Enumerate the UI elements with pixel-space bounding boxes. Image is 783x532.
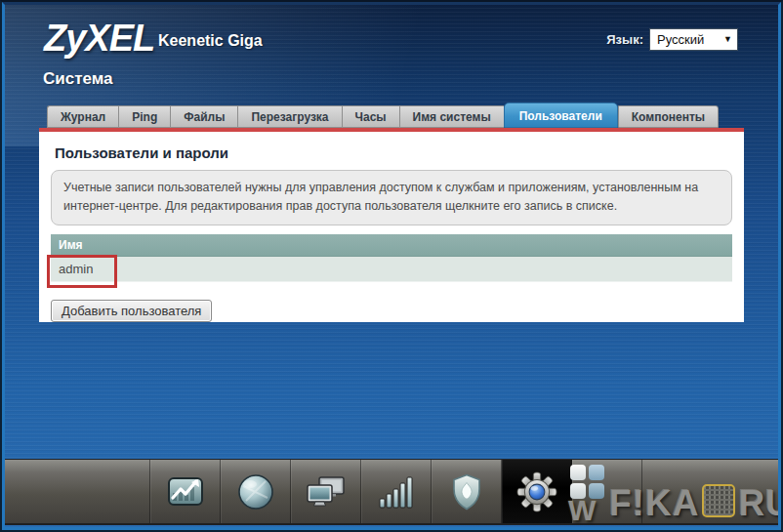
router-admin-window: ZyXEL Keenetic Giga Язык: Русский ▼ Сист… — [0, 0, 783, 532]
chart-monitor-icon — [166, 473, 205, 511]
zyxel-logo: ZyXEL — [44, 18, 154, 60]
toolbar-item-internet[interactable] — [221, 460, 291, 523]
toolbar-item-system-settings[interactable] — [502, 460, 572, 523]
tab-clock[interactable]: Часы — [342, 105, 399, 128]
user-name: admin — [59, 262, 93, 276]
tab-files[interactable]: Файлы — [170, 105, 237, 128]
tab-ping[interactable]: Ping — [118, 105, 170, 128]
computers-icon — [307, 475, 346, 509]
content-panel: Пользователи и пароли Учетные записи пол… — [39, 132, 744, 322]
users-table: Имя admin — [51, 234, 732, 282]
column-header-name: Имя — [51, 234, 732, 257]
language-label: Язык: — [606, 32, 643, 47]
language-selector: Язык: Русский ▼ — [606, 28, 738, 51]
language-value: Русский — [657, 32, 704, 47]
description-box: Учетные записи пользователей нужны для у… — [51, 170, 732, 225]
product-name: Keenetic Giga — [158, 32, 263, 50]
add-user-button[interactable]: Добавить пользователя — [51, 300, 212, 322]
tab-components[interactable]: Компоненты — [618, 105, 719, 128]
shield-flame-icon — [447, 472, 486, 512]
panel-title: Пользователи и пароли — [55, 144, 728, 161]
toolbar-item-system-monitor[interactable] — [149, 460, 221, 523]
tab-bar: Журнал Ping Файлы Перезагрузка Часы Имя … — [47, 102, 719, 128]
user-cell-admin[interactable]: admin — [51, 256, 732, 281]
tab-users[interactable]: Пользователи — [504, 102, 618, 128]
bottom-toolbar — [2, 459, 781, 525]
page-title: Система — [43, 69, 113, 89]
table-row[interactable]: admin — [51, 256, 732, 281]
globe-icon — [236, 472, 275, 512]
language-dropdown[interactable]: Русский ▼ — [649, 28, 738, 51]
tab-system-name[interactable]: Имя системы — [399, 105, 504, 128]
gear-icon — [516, 471, 557, 512]
tab-reboot[interactable]: Перезагрузка — [237, 105, 341, 128]
signal-bars-icon — [378, 474, 415, 510]
toolbar-item-security[interactable] — [432, 460, 502, 523]
toolbar-item-wifi[interactable] — [361, 460, 432, 523]
toolbar-item-applications[interactable] — [572, 460, 642, 523]
chevron-down-icon: ▼ — [723, 29, 732, 50]
tab-journal[interactable]: Журнал — [47, 105, 118, 128]
toolbar-item-home-network[interactable] — [291, 460, 361, 523]
